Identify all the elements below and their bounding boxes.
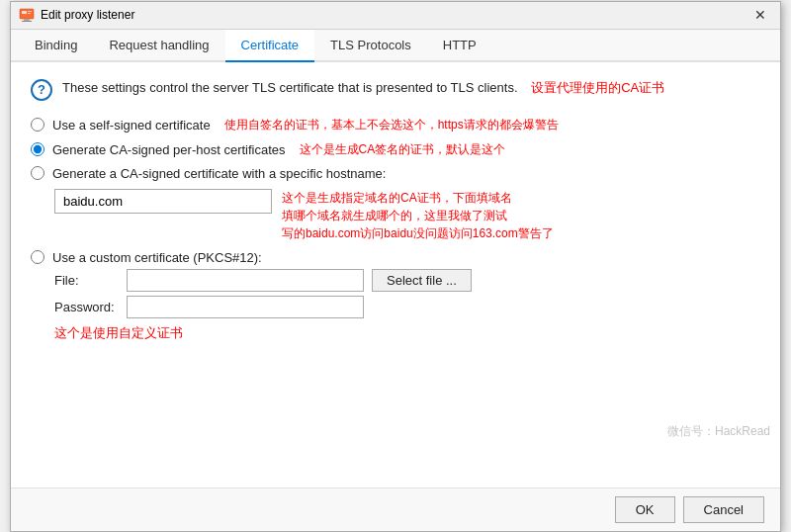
cancel-button[interactable]: Cancel (683, 496, 764, 523)
tab-tls-protocols[interactable]: TLS Protocols (314, 30, 427, 62)
tab-binding[interactable]: Binding (19, 30, 93, 62)
ca-signed-hostname-radio[interactable] (31, 166, 44, 180)
svg-rect-1 (22, 11, 27, 14)
hostname-input[interactable] (54, 189, 272, 214)
file-row: File: Select file ... (54, 269, 760, 292)
footer: OK Cancel (11, 488, 780, 531)
main-window: Edit proxy listener ✕ Binding Request ha… (10, 1, 781, 532)
ca-signed-per-host-radio[interactable] (31, 142, 44, 156)
hostname-input-row: 这个是生成指定域名的CA证书，下面填域名 填哪个域名就生成哪个的，这里我做了测试… (54, 189, 760, 242)
window-title: Edit proxy listener (41, 8, 134, 22)
ca-signed-per-host-annotation: 这个是生成CA签名的证书，默认是这个 (300, 141, 506, 158)
self-signed-annotation: 使用自签名的证书，基本上不会选这个，https请求的都会爆警告 (224, 117, 559, 133)
password-label: Password: (54, 300, 119, 314)
ca-signed-per-host-option-row: Generate CA-signed per-host certificates… (31, 141, 760, 158)
svg-rect-4 (24, 19, 30, 21)
tab-certificate[interactable]: Certificate (225, 30, 315, 62)
custom-cert-radio[interactable] (31, 250, 44, 264)
tab-http[interactable]: HTTP (427, 30, 492, 62)
ok-button[interactable]: OK (615, 496, 675, 523)
content-area: ? These settings control the server TLS … (11, 62, 780, 488)
title-bar-left: Edit proxy listener (19, 7, 134, 23)
self-signed-option-row: Use a self-signed certificate 使用自签名的证书，基… (31, 117, 760, 133)
svg-rect-3 (28, 13, 31, 14)
svg-rect-0 (20, 9, 34, 19)
svg-rect-2 (28, 11, 32, 12)
title-bar: Edit proxy listener ✕ (11, 2, 780, 30)
password-input[interactable] (127, 296, 364, 318)
proxy-icon (19, 7, 35, 23)
self-signed-radio[interactable] (31, 118, 44, 132)
custom-cert-option-row: Use a custom certificate (PKCS#12): (31, 250, 760, 265)
tab-request-handling[interactable]: Request handling (93, 30, 224, 62)
info-text-container: These settings control the server TLS ce… (62, 78, 664, 98)
select-file-button[interactable]: Select file ... (372, 269, 472, 292)
watermark: 微信号：HackRead (667, 423, 770, 440)
ca-signed-hostname-option-row: Generate a CA-signed certificate with a … (31, 166, 760, 181)
close-button[interactable]: ✕ (748, 5, 772, 25)
ca-signed-hostname-label: Generate a CA-signed certificate with a … (52, 166, 386, 181)
hostname-annotation: 这个是生成指定域名的CA证书，下面填域名 填哪个域名就生成哪个的，这里我做了测试… (282, 189, 554, 242)
custom-cert-annotation: 这个是使用自定义证书 (54, 324, 760, 342)
info-box: ? These settings control the server TLS … (31, 78, 760, 101)
tab-bar: Binding Request handling Certificate TLS… (11, 30, 780, 62)
info-annotation: 设置代理使用的CA证书 (531, 80, 664, 95)
file-input[interactable] (127, 269, 364, 292)
svg-rect-5 (22, 21, 32, 22)
ca-signed-per-host-label: Generate CA-signed per-host certificates (52, 142, 286, 157)
custom-cert-section: Use a custom certificate (PKCS#12): File… (31, 250, 760, 342)
file-label: File: (54, 273, 119, 288)
info-icon: ? (31, 79, 52, 101)
info-description: These settings control the server TLS ce… (62, 80, 518, 95)
self-signed-label: Use a self-signed certificate (52, 118, 211, 133)
custom-cert-label: Use a custom certificate (PKCS#12): (52, 250, 262, 265)
password-row: Password: (54, 296, 760, 318)
